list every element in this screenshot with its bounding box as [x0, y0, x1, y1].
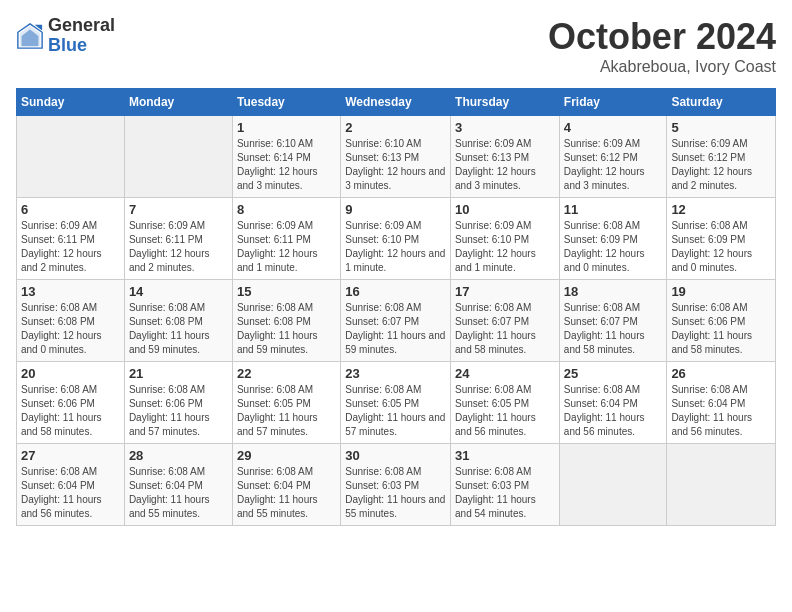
day-number: 2 — [345, 120, 446, 135]
day-info: Sunrise: 6:08 AM Sunset: 6:08 PM Dayligh… — [237, 301, 336, 357]
day-info: Sunrise: 6:09 AM Sunset: 6:12 PM Dayligh… — [564, 137, 663, 193]
calendar-cell: 8Sunrise: 6:09 AM Sunset: 6:11 PM Daylig… — [232, 198, 340, 280]
day-number: 26 — [671, 366, 771, 381]
calendar-cell: 28Sunrise: 6:08 AM Sunset: 6:04 PM Dayli… — [124, 444, 232, 526]
calendar-cell: 12Sunrise: 6:08 AM Sunset: 6:09 PM Dayli… — [667, 198, 776, 280]
day-info: Sunrise: 6:08 AM Sunset: 6:09 PM Dayligh… — [564, 219, 663, 275]
calendar-cell: 4Sunrise: 6:09 AM Sunset: 6:12 PM Daylig… — [559, 116, 667, 198]
day-info: Sunrise: 6:09 AM Sunset: 6:10 PM Dayligh… — [455, 219, 555, 275]
calendar-cell: 18Sunrise: 6:08 AM Sunset: 6:07 PM Dayli… — [559, 280, 667, 362]
day-number: 15 — [237, 284, 336, 299]
day-info: Sunrise: 6:08 AM Sunset: 6:09 PM Dayligh… — [671, 219, 771, 275]
logo-blue-text: Blue — [48, 36, 115, 56]
day-info: Sunrise: 6:09 AM Sunset: 6:11 PM Dayligh… — [21, 219, 120, 275]
calendar-cell: 7Sunrise: 6:09 AM Sunset: 6:11 PM Daylig… — [124, 198, 232, 280]
calendar-cell: 22Sunrise: 6:08 AM Sunset: 6:05 PM Dayli… — [232, 362, 340, 444]
day-info: Sunrise: 6:10 AM Sunset: 6:13 PM Dayligh… — [345, 137, 446, 193]
calendar-cell: 19Sunrise: 6:08 AM Sunset: 6:06 PM Dayli… — [667, 280, 776, 362]
calendar-cell: 21Sunrise: 6:08 AM Sunset: 6:06 PM Dayli… — [124, 362, 232, 444]
day-info: Sunrise: 6:08 AM Sunset: 6:07 PM Dayligh… — [455, 301, 555, 357]
day-info: Sunrise: 6:08 AM Sunset: 6:04 PM Dayligh… — [21, 465, 120, 521]
day-number: 10 — [455, 202, 555, 217]
day-number: 29 — [237, 448, 336, 463]
day-info: Sunrise: 6:08 AM Sunset: 6:05 PM Dayligh… — [345, 383, 446, 439]
calendar-cell: 3Sunrise: 6:09 AM Sunset: 6:13 PM Daylig… — [451, 116, 560, 198]
day-info: Sunrise: 6:08 AM Sunset: 6:04 PM Dayligh… — [671, 383, 771, 439]
day-number: 16 — [345, 284, 446, 299]
day-info: Sunrise: 6:08 AM Sunset: 6:04 PM Dayligh… — [129, 465, 228, 521]
calendar-cell: 27Sunrise: 6:08 AM Sunset: 6:04 PM Dayli… — [17, 444, 125, 526]
day-info: Sunrise: 6:08 AM Sunset: 6:08 PM Dayligh… — [129, 301, 228, 357]
weekday-header-friday: Friday — [559, 89, 667, 116]
day-info: Sunrise: 6:09 AM Sunset: 6:12 PM Dayligh… — [671, 137, 771, 193]
day-number: 24 — [455, 366, 555, 381]
day-info: Sunrise: 6:08 AM Sunset: 6:04 PM Dayligh… — [564, 383, 663, 439]
weekday-header-wednesday: Wednesday — [341, 89, 451, 116]
day-number: 7 — [129, 202, 228, 217]
calendar-cell — [17, 116, 125, 198]
day-number: 8 — [237, 202, 336, 217]
calendar-cell: 26Sunrise: 6:08 AM Sunset: 6:04 PM Dayli… — [667, 362, 776, 444]
day-info: Sunrise: 6:08 AM Sunset: 6:03 PM Dayligh… — [455, 465, 555, 521]
calendar-cell: 6Sunrise: 6:09 AM Sunset: 6:11 PM Daylig… — [17, 198, 125, 280]
week-row-1: 1Sunrise: 6:10 AM Sunset: 6:14 PM Daylig… — [17, 116, 776, 198]
day-number: 30 — [345, 448, 446, 463]
day-number: 11 — [564, 202, 663, 217]
logo: General Blue — [16, 16, 115, 56]
day-number: 27 — [21, 448, 120, 463]
day-number: 31 — [455, 448, 555, 463]
day-number: 14 — [129, 284, 228, 299]
week-row-3: 13Sunrise: 6:08 AM Sunset: 6:08 PM Dayli… — [17, 280, 776, 362]
day-number: 23 — [345, 366, 446, 381]
calendar-cell: 31Sunrise: 6:08 AM Sunset: 6:03 PM Dayli… — [451, 444, 560, 526]
calendar-cell: 11Sunrise: 6:08 AM Sunset: 6:09 PM Dayli… — [559, 198, 667, 280]
calendar-table: SundayMondayTuesdayWednesdayThursdayFrid… — [16, 88, 776, 526]
day-number: 17 — [455, 284, 555, 299]
weekday-header-saturday: Saturday — [667, 89, 776, 116]
day-number: 4 — [564, 120, 663, 135]
day-number: 13 — [21, 284, 120, 299]
calendar-cell: 9Sunrise: 6:09 AM Sunset: 6:10 PM Daylig… — [341, 198, 451, 280]
day-info: Sunrise: 6:08 AM Sunset: 6:07 PM Dayligh… — [345, 301, 446, 357]
weekday-header-row: SundayMondayTuesdayWednesdayThursdayFrid… — [17, 89, 776, 116]
day-info: Sunrise: 6:08 AM Sunset: 6:07 PM Dayligh… — [564, 301, 663, 357]
calendar-cell: 29Sunrise: 6:08 AM Sunset: 6:04 PM Dayli… — [232, 444, 340, 526]
day-info: Sunrise: 6:08 AM Sunset: 6:05 PM Dayligh… — [455, 383, 555, 439]
calendar-cell: 15Sunrise: 6:08 AM Sunset: 6:08 PM Dayli… — [232, 280, 340, 362]
location: Akabreboua, Ivory Coast — [548, 58, 776, 76]
day-number: 5 — [671, 120, 771, 135]
logo-text: General Blue — [48, 16, 115, 56]
calendar-cell: 23Sunrise: 6:08 AM Sunset: 6:05 PM Dayli… — [341, 362, 451, 444]
calendar-cell: 14Sunrise: 6:08 AM Sunset: 6:08 PM Dayli… — [124, 280, 232, 362]
day-number: 19 — [671, 284, 771, 299]
day-number: 12 — [671, 202, 771, 217]
calendar-cell: 24Sunrise: 6:08 AM Sunset: 6:05 PM Dayli… — [451, 362, 560, 444]
calendar-cell: 1Sunrise: 6:10 AM Sunset: 6:14 PM Daylig… — [232, 116, 340, 198]
title-block: October 2024 Akabreboua, Ivory Coast — [548, 16, 776, 76]
day-number: 3 — [455, 120, 555, 135]
week-row-2: 6Sunrise: 6:09 AM Sunset: 6:11 PM Daylig… — [17, 198, 776, 280]
calendar-cell — [124, 116, 232, 198]
calendar-cell: 30Sunrise: 6:08 AM Sunset: 6:03 PM Dayli… — [341, 444, 451, 526]
calendar-cell: 5Sunrise: 6:09 AM Sunset: 6:12 PM Daylig… — [667, 116, 776, 198]
day-info: Sunrise: 6:09 AM Sunset: 6:10 PM Dayligh… — [345, 219, 446, 275]
day-info: Sunrise: 6:08 AM Sunset: 6:04 PM Dayligh… — [237, 465, 336, 521]
day-info: Sunrise: 6:08 AM Sunset: 6:06 PM Dayligh… — [671, 301, 771, 357]
day-info: Sunrise: 6:08 AM Sunset: 6:08 PM Dayligh… — [21, 301, 120, 357]
calendar-cell: 17Sunrise: 6:08 AM Sunset: 6:07 PM Dayli… — [451, 280, 560, 362]
day-number: 18 — [564, 284, 663, 299]
day-number: 20 — [21, 366, 120, 381]
calendar-cell — [667, 444, 776, 526]
month-title: October 2024 — [548, 16, 776, 58]
calendar-cell: 13Sunrise: 6:08 AM Sunset: 6:08 PM Dayli… — [17, 280, 125, 362]
day-info: Sunrise: 6:09 AM Sunset: 6:11 PM Dayligh… — [129, 219, 228, 275]
page-header: General Blue October 2024 Akabreboua, Iv… — [16, 16, 776, 76]
day-info: Sunrise: 6:09 AM Sunset: 6:13 PM Dayligh… — [455, 137, 555, 193]
day-number: 28 — [129, 448, 228, 463]
calendar-cell: 20Sunrise: 6:08 AM Sunset: 6:06 PM Dayli… — [17, 362, 125, 444]
day-info: Sunrise: 6:08 AM Sunset: 6:06 PM Dayligh… — [21, 383, 120, 439]
calendar-cell: 16Sunrise: 6:08 AM Sunset: 6:07 PM Dayli… — [341, 280, 451, 362]
day-number: 9 — [345, 202, 446, 217]
weekday-header-monday: Monday — [124, 89, 232, 116]
day-info: Sunrise: 6:08 AM Sunset: 6:03 PM Dayligh… — [345, 465, 446, 521]
